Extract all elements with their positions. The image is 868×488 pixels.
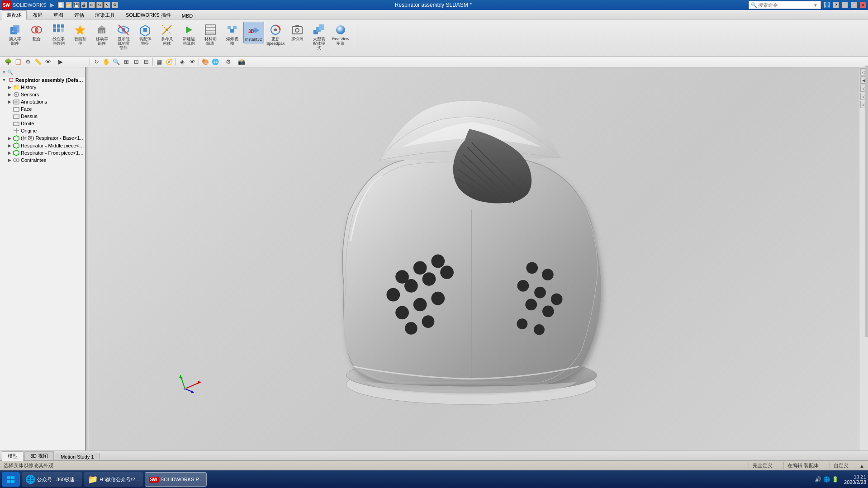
- hide-show-tool[interactable]: 👁: [188, 57, 197, 66]
- config-manager-tab[interactable]: ⚙: [24, 57, 33, 66]
- rotate-tool[interactable]: ↻: [92, 57, 101, 66]
- redo-btn[interactable]: ↪: [96, 2, 103, 8]
- new-btn[interactable]: 📄: [58, 2, 64, 8]
- tree-item-history[interactable]: ▶ 📁 History: [0, 84, 85, 91]
- tree-item-root[interactable]: ▼ ⬡ Respirator assembly (Default<Default: [0, 76, 85, 84]
- save-btn[interactable]: 💾: [73, 2, 80, 8]
- tree-expand-root[interactable]: ▼: [1, 78, 7, 82]
- tab-render[interactable]: 渲染工具: [90, 10, 120, 19]
- new-motion-btn[interactable]: 新建运动算例: [178, 22, 199, 47]
- property-manager-tab[interactable]: 📋: [14, 57, 23, 66]
- close-btn[interactable]: ×: [860, 2, 866, 8]
- tree-item-respirator-base[interactable]: ▶ (固定) Respirator - Base<1> (Defa...: [0, 134, 85, 142]
- tab-assembly[interactable]: 装配体: [2, 10, 27, 20]
- expand-arrow[interactable]: ▶: [56, 57, 65, 66]
- search-dropdown-icon[interactable]: ▼: [813, 3, 818, 8]
- start-button[interactable]: [2, 472, 20, 487]
- ref-geometry-btn[interactable]: 参考几何体: [157, 22, 177, 47]
- scene-tool[interactable]: 🌐: [211, 57, 220, 66]
- tree-icon-droite: [13, 120, 20, 127]
- feature-manager-tab[interactable]: 🌳: [4, 57, 13, 66]
- tree-item-droite[interactable]: Droite: [0, 120, 85, 127]
- instant3d-label: Instant3D: [245, 38, 263, 42]
- tree-item-face[interactable]: Face: [0, 105, 85, 113]
- speedpak-btn[interactable]: 更新Speedpak: [265, 22, 286, 47]
- tab-layout[interactable]: 布局: [28, 10, 47, 19]
- viewport[interactable]: [89, 67, 859, 450]
- tree-item-respirator-middle[interactable]: ▶ Respirator - Middle piece<1> (D...: [0, 142, 85, 149]
- linear-pattern-btn[interactable]: 线性零件阵列: [48, 22, 69, 47]
- tree-expand-contraintes[interactable]: ▶: [6, 158, 13, 162]
- bottom-tab-3dview[interactable]: 3D 视图: [24, 451, 54, 460]
- bottom-tab-motion-study[interactable]: Motion Study 1: [55, 453, 100, 460]
- large-asm-btn[interactable]: 大型装配体模式: [308, 22, 329, 52]
- zoom-fit-tool[interactable]: ⊡: [132, 57, 141, 66]
- tab-mbd[interactable]: MBD: [177, 12, 198, 19]
- browser-icon: 🌐: [25, 474, 35, 484]
- mate-btn[interactable]: 配合: [26, 22, 47, 43]
- tab-evaluate[interactable]: 评估: [69, 10, 89, 19]
- view-orient-tool[interactable]: 🧭: [165, 57, 174, 66]
- assembly-feature-btn[interactable]: 装配体特征: [135, 22, 156, 47]
- maximize-btn[interactable]: □: [851, 2, 857, 8]
- search-input[interactable]: [758, 2, 812, 8]
- tree-item-origine[interactable]: Origine: [0, 127, 85, 134]
- bottom-tab-model[interactable]: 模型: [2, 451, 24, 461]
- tree-expand-annotations[interactable]: ▶: [6, 99, 13, 104]
- tree-item-sensors[interactable]: ▶ Sensors: [0, 91, 85, 98]
- section-view-tool[interactable]: ▦: [155, 57, 164, 66]
- realview-btn[interactable]: RealView图形: [330, 22, 351, 47]
- search-box[interactable]: 🔍 ▼: [749, 1, 821, 9]
- taskbar-solidworks[interactable]: SW SOLIDWORKS P...: [145, 472, 207, 487]
- display-manager-tab[interactable]: 👁: [43, 57, 52, 66]
- sep5: [222, 58, 222, 66]
- zoom-in-tool[interactable]: 🔍: [112, 57, 121, 66]
- explode-btn[interactable]: 爆炸视图: [222, 22, 242, 47]
- zoom-box-tool[interactable]: ⊞: [122, 57, 131, 66]
- tab-solidworks-addins[interactable]: SOLIDWORKS 插件: [121, 10, 176, 19]
- zoom-sheet-tool[interactable]: ⊟: [142, 57, 151, 66]
- user-icon[interactable]: 👤: [824, 2, 830, 8]
- taskbar-file-manager[interactable]: 📁 H:\微信公众号\2...: [84, 472, 142, 487]
- svg-point-81: [526, 262, 538, 274]
- tree-expand-respirator-front[interactable]: ▶: [6, 151, 13, 155]
- status-arrow[interactable]: ▲: [859, 463, 864, 469]
- dim-xpert-tab[interactable]: 📏: [33, 57, 43, 66]
- tree-item-annotations[interactable]: ▶ Annotations: [0, 98, 85, 105]
- pan-tool[interactable]: ✋: [102, 57, 111, 66]
- edit-appearance-tool[interactable]: 🎨: [201, 57, 210, 66]
- minimize-btn[interactable]: _: [842, 2, 848, 8]
- tree-item-respirator-front[interactable]: ▶ Respirator - Front piece<1> (Def...: [0, 149, 85, 156]
- view-settings-tool[interactable]: ⚙: [224, 57, 233, 66]
- insert-component-btn[interactable]: + 插入零部件: [5, 22, 25, 47]
- tree-expand-respirator-middle[interactable]: ▶: [6, 143, 13, 148]
- tree-expand-respirator-base[interactable]: ▶: [6, 136, 13, 141]
- tree-expand-sensors[interactable]: ▶: [6, 92, 13, 97]
- tree-item-contraintes[interactable]: ▶ Contraintes: [0, 156, 85, 164]
- snapshot-btn[interactable]: 抓快照: [287, 22, 308, 43]
- pointer-btn[interactable]: ↖: [104, 2, 110, 8]
- mate-icon: [29, 23, 44, 37]
- tree-item-dessus[interactable]: Dessus: [0, 113, 85, 120]
- options-btn[interactable]: ⚙: [112, 2, 118, 8]
- show-hide-btn[interactable]: 显示隐藏的零部件: [113, 22, 134, 52]
- svg-rect-52: [14, 122, 19, 126]
- browser-label: 公众号 - 360极速...: [37, 476, 79, 483]
- open-btn[interactable]: 📂: [66, 2, 72, 8]
- help-btn[interactable]: ?: [833, 2, 839, 8]
- tab-sketch[interactable]: 草图: [48, 10, 68, 19]
- screen-capture-tool[interactable]: 📸: [237, 57, 246, 66]
- materials-btn[interactable]: 材料明细表: [200, 22, 221, 47]
- svg-rect-9: [53, 28, 56, 32]
- system-clock[interactable]: 10:21 2020/2/28: [844, 474, 866, 485]
- instant3d-btn[interactable]: 3D Instant3D: [243, 22, 264, 43]
- sw-brand: SOLIDWORKS: [13, 2, 47, 8]
- move-component-btn[interactable]: 移动零部件: [91, 22, 112, 47]
- tree-expand-history[interactable]: ▶: [6, 85, 13, 90]
- print-btn[interactable]: 🖨: [81, 2, 87, 8]
- left-toolbar: 🌳 📋 ⚙ 📏 👁 ▶: [2, 57, 88, 66]
- taskbar-browser[interactable]: 🌐 公众号 - 360极速...: [22, 472, 82, 487]
- display-style-tool[interactable]: ◈: [178, 57, 187, 66]
- undo-btn[interactable]: ↩: [89, 2, 95, 8]
- smart-fasteners-btn[interactable]: 智能扣件: [70, 22, 90, 47]
